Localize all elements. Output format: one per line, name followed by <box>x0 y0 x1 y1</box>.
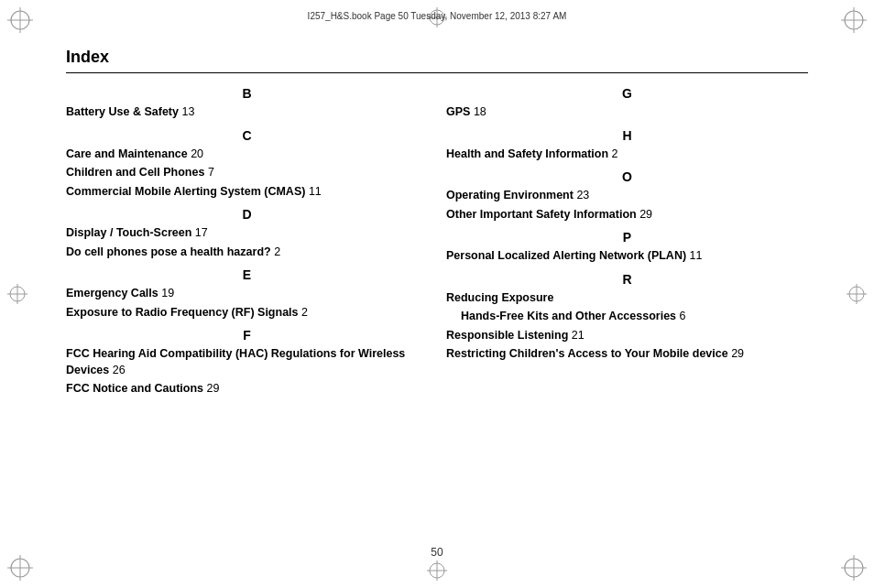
section-letter-g: G <box>446 86 808 101</box>
center-mark-bottom <box>427 561 447 581</box>
page-title: Index <box>66 48 808 67</box>
header-text: I257_H&S.book Page 50 Tuesday, November … <box>308 11 567 21</box>
header-bar: I257_H&S.book Page 50 Tuesday, November … <box>55 7 819 26</box>
entry-gps: GPS 18 <box>446 104 808 121</box>
page-content: Index B Battery Use & Safety 13 C Care a… <box>66 48 808 533</box>
entry-restricting: Restricting Children's Access to Your Mo… <box>446 346 808 363</box>
entry-responsible: Responsible Listening 21 <box>446 328 808 344</box>
entry-reducing: Reducing Exposure <box>446 290 808 307</box>
corner-mark-tl <box>7 7 33 33</box>
entry-care: Care and Maintenance 20 <box>66 147 428 163</box>
entry-other-safety: Other Important Safety Information 29 <box>446 207 808 223</box>
entry-plan: Personal Localized Alerting Network (PLA… <box>446 248 808 265</box>
center-mark-right <box>847 284 867 304</box>
page-number: 50 <box>431 546 442 559</box>
section-letter-d: D <box>66 207 428 222</box>
entry-do-cell: Do cell phones pose a health hazard? 2 <box>66 245 428 261</box>
entry-children: Children and Cell Phones 7 <box>66 165 428 181</box>
index-columns: B Battery Use & Safety 13 C Care and Mai… <box>66 86 808 400</box>
entry-health: Health and Safety Information 2 <box>446 147 808 163</box>
section-letter-r: R <box>446 272 808 287</box>
section-letter-f: F <box>66 328 428 343</box>
center-mark-left <box>7 284 27 304</box>
section-letter-p: P <box>446 230 808 245</box>
entry-fcc-notice: FCC Notice and Cautions 29 <box>66 381 428 397</box>
left-column: B Battery Use & Safety 13 C Care and Mai… <box>66 86 428 400</box>
section-letter-b: B <box>66 86 428 101</box>
section-letter-e: E <box>66 267 428 282</box>
corner-mark-bl <box>7 555 33 581</box>
title-divider <box>66 72 808 73</box>
entry-emergency: Emergency Calls 19 <box>66 286 428 302</box>
entry-battery: Battery Use & Safety 13 <box>66 104 428 121</box>
entry-exposure: Exposure to Radio Frequency (RF) Signals… <box>66 305 428 321</box>
entry-fcc-hac: FCC Hearing Aid Compatibility (HAC) Regu… <box>66 346 428 378</box>
section-letter-o: O <box>446 169 808 184</box>
entry-operating: Operating Environment 23 <box>446 188 808 204</box>
entry-hands-free: Hands-Free Kits and Other Accessories 6 <box>446 309 808 325</box>
corner-mark-br <box>841 555 867 581</box>
right-column: G GPS 18 H Health and Safety Information… <box>446 86 808 400</box>
entry-cmas: Commercial Mobile Alerting System (CMAS)… <box>66 184 428 201</box>
section-letter-c: C <box>66 128 428 143</box>
entry-display: Display / Touch-Screen 17 <box>66 225 428 242</box>
section-letter-h: H <box>446 128 808 143</box>
corner-mark-tr <box>841 7 867 33</box>
